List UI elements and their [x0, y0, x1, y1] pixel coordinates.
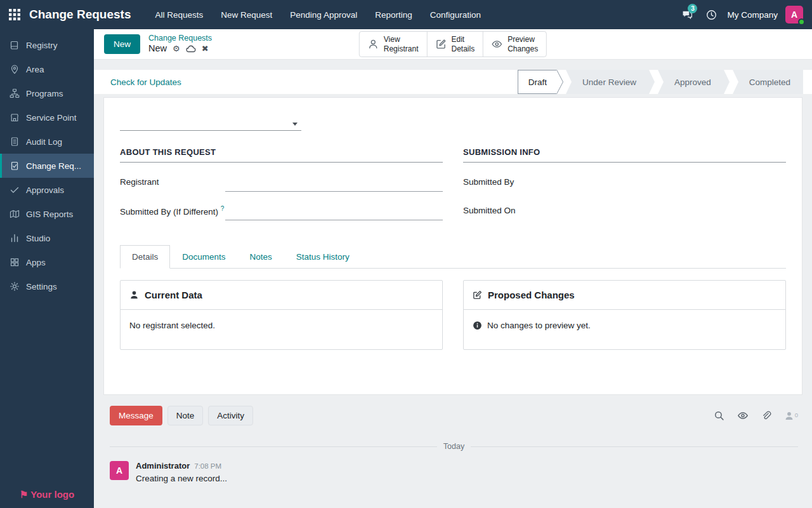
help-question-icon[interactable]: ? [221, 205, 225, 212]
submitted-by-if-different-input[interactable] [225, 201, 443, 220]
activity-clock-icon[interactable] [699, 0, 723, 29]
view-registrant-button[interactable]: View Registrant [360, 32, 427, 56]
form-sheet: ABOUT THIS REQUEST Registrant Submitted … [103, 97, 802, 395]
notebook-tabs: Details Documents Notes Status History [120, 245, 786, 269]
followers-count: 0 [795, 411, 798, 418]
top-navbar: Change Requests All Requests New Request… [0, 0, 812, 29]
nav-item-all-requests[interactable]: All Requests [146, 0, 212, 29]
registrant-input[interactable] [225, 173, 443, 192]
sidebar: Registry Area Programs Service Point Aud… [0, 29, 94, 508]
sidebar-item-studio[interactable]: Studio [0, 226, 94, 250]
nav-item-configuration[interactable]: Configuration [421, 0, 490, 29]
nav-item-pending-approval[interactable]: Pending Approval [281, 0, 366, 29]
area-icon [10, 64, 20, 74]
settings-gear-icon [10, 281, 20, 291]
eye-icon [492, 39, 502, 50]
tab-documents[interactable]: Documents [170, 245, 237, 269]
record-action-buttons: View Registrant Edit Details Preview [359, 31, 547, 57]
sidebar-item-service-point[interactable]: Service Point [0, 105, 94, 130]
action-label-line1: View [384, 35, 419, 44]
proposed-changes-title: Proposed Changes [488, 290, 575, 300]
programs-icon [10, 88, 20, 98]
messages-count-badge: 3 [688, 4, 697, 13]
flag-icon: ⚑ [20, 489, 28, 500]
audit-log-icon [10, 137, 20, 147]
main-content: New Change Requests New ⚙ ✖ View Registr… [94, 29, 812, 508]
apps-grid-icon[interactable] [0, 0, 29, 29]
preview-changes-button[interactable]: Preview Changes [483, 32, 546, 56]
sidebar-item-label: Service Point [26, 113, 77, 123]
action-label-line2: Registrant [384, 44, 419, 53]
current-data-panel: Current Data No registrant selected. [120, 280, 443, 350]
sidebar-item-registry[interactable]: Registry [0, 33, 94, 57]
status-bar: Check for Updates Draft Under Review App… [94, 70, 812, 94]
discard-close-icon[interactable]: ✖ [202, 44, 209, 53]
status-step-approved[interactable]: Approved [658, 70, 724, 94]
sidebar-item-settings[interactable]: Settings [0, 274, 94, 298]
service-point-icon [10, 112, 20, 123]
search-messages-icon[interactable] [714, 410, 724, 421]
breadcrumb-current: New [148, 43, 167, 54]
save-cloud-icon[interactable] [186, 44, 196, 53]
tab-details[interactable]: Details [120, 245, 170, 269]
check-for-updates-link[interactable]: Check for Updates [110, 77, 181, 87]
user-avatar[interactable]: A [785, 6, 803, 23]
date-divider-label: Today [437, 442, 471, 451]
watch-eye-icon[interactable] [737, 410, 749, 421]
sidebar-item-label: Change Req... [26, 161, 81, 171]
sidebar-item-label: GIS Reports [26, 210, 73, 219]
proposed-changes-panel: Proposed Changes No changes to preview y… [463, 280, 786, 350]
breadcrumb-parent-link[interactable]: Change Requests [148, 34, 212, 43]
attachment-paperclip-icon[interactable] [761, 410, 771, 421]
chatter-message: A Administrator 7:08 PM Creating a new r… [110, 461, 798, 483]
online-status-dot [798, 18, 805, 25]
send-message-button[interactable]: Message [110, 406, 162, 425]
submitted-on-label: Submitted On [463, 201, 568, 220]
control-panel: New Change Requests New ⚙ ✖ View Registr… [94, 29, 812, 60]
chatter: Message Note Activity 0 Today [94, 395, 812, 483]
sidebar-item-programs[interactable]: Programs [0, 81, 94, 105]
log-note-button[interactable]: Note [167, 406, 204, 425]
sidebar-item-label: Apps [26, 258, 46, 267]
sidebar-item-apps[interactable]: Apps [0, 250, 94, 274]
submitted-by-if-different-label: Submitted By (If Different) [120, 207, 218, 217]
sidebar-item-area[interactable]: Area [0, 57, 94, 81]
action-label-line1: Edit [451, 35, 475, 44]
submitted-by-label: Submitted By [463, 173, 568, 192]
message-author[interactable]: Administrator [136, 461, 190, 471]
sidebar-item-label: Approvals [26, 185, 64, 195]
status-step-draft[interactable]: Draft [518, 70, 557, 94]
record-gear-icon[interactable]: ⚙ [173, 44, 180, 53]
tab-status-history[interactable]: Status History [284, 245, 362, 269]
new-button[interactable]: New [104, 34, 140, 54]
breadcrumb: Change Requests New ⚙ ✖ [148, 34, 212, 54]
sidebar-item-label: Audit Log [26, 137, 62, 147]
sidebar-item-audit-log[interactable]: Audit Log [0, 130, 94, 154]
message-body: Creating a new record... [136, 474, 227, 483]
registry-icon [10, 40, 20, 50]
status-step-under-review[interactable]: Under Review [566, 70, 649, 94]
sidebar-item-change-requests[interactable]: Change Req... [0, 154, 94, 178]
current-data-title: Current Data [145, 290, 202, 300]
schedule-activity-button[interactable]: Activity [208, 406, 253, 425]
status-step-completed[interactable]: Completed [733, 70, 803, 94]
record-title-select[interactable] [120, 112, 301, 131]
submission-info-section: SUBMISSION INFO Submitted By Submitted O… [463, 147, 786, 230]
edit-pencil-icon [435, 39, 446, 50]
sidebar-item-approvals[interactable]: Approvals [0, 178, 94, 202]
nav-item-reporting[interactable]: Reporting [366, 0, 421, 29]
sidebar-item-gis-reports[interactable]: GIS Reports [0, 202, 94, 226]
message-avatar[interactable]: A [110, 461, 129, 480]
company-logo[interactable]: ⚑Your logo [0, 489, 94, 500]
followers-button[interactable]: 0 [784, 411, 798, 421]
messages-icon[interactable]: 3 [675, 0, 699, 29]
date-divider: Today [110, 442, 798, 451]
avatar-letter: A [791, 10, 797, 20]
company-menu[interactable]: My Company [727, 10, 778, 20]
approvals-icon [10, 185, 20, 195]
tab-notes[interactable]: Notes [238, 245, 284, 269]
status-pipeline: Draft Under Review Approved Completed [518, 70, 803, 94]
user-icon [129, 290, 139, 300]
nav-item-new-request[interactable]: New Request [212, 0, 281, 29]
edit-details-button[interactable]: Edit Details [426, 32, 483, 56]
